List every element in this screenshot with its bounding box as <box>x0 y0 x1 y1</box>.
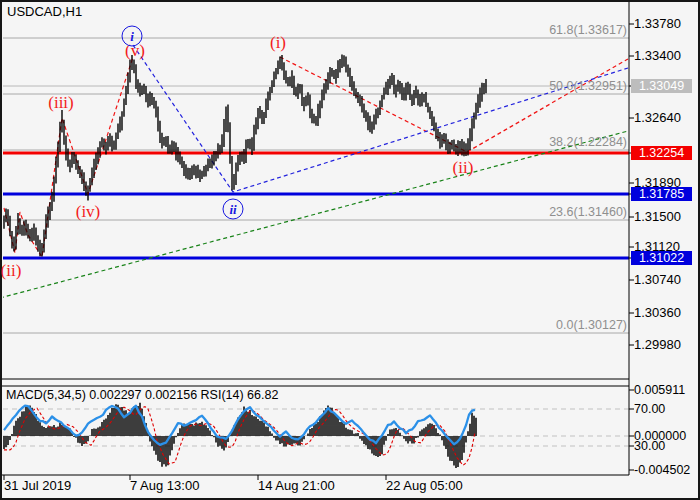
horizontal-levels <box>3 86 629 258</box>
price-tick-label: 1.29980 <box>634 338 681 352</box>
price-tick-label: 1.33400 <box>634 49 681 63</box>
chart-canvas[interactable] <box>0 0 700 500</box>
indicator-scale-label: 70.00 <box>634 402 665 416</box>
price-badge-blue-level: 1.31785 <box>631 187 692 201</box>
wave-label: (i) <box>270 33 286 53</box>
symbol-timeframe-label: USDCAD,H1 <box>7 4 82 19</box>
indicator-scale-label: 30.00 <box>634 439 665 453</box>
time-tick-label[interactable]: 7 Aug 13:00 <box>130 479 199 493</box>
time-tick-label[interactable]: 31 Jul 2019 <box>4 479 71 493</box>
fib-level-label: 61.8(1.33617) <box>549 23 627 37</box>
time-tick-label[interactable]: 22 Aug 05:00 <box>386 479 463 493</box>
fib-level-label: 0.0(1.30127) <box>556 318 627 332</box>
wave-label: ii <box>223 199 244 220</box>
indicator-values-label: MACD(5,34,5) 0.002297 0.002156 RSI(14) 6… <box>6 388 278 402</box>
candlesticks <box>4 55 486 257</box>
panel-borders <box>2 2 629 475</box>
wave-label: (ii) <box>1 261 22 281</box>
fib-level-label: 23.6(1.31460) <box>549 205 627 219</box>
time-tick-label[interactable]: 14 Aug 21:00 <box>258 479 335 493</box>
fib-lines <box>3 38 629 333</box>
price-tick-label: 1.30360 <box>634 306 681 320</box>
wave-label: (iv) <box>76 202 101 222</box>
fib-level-label: 50.0(1.32951) <box>549 79 627 93</box>
fib-level-label: 38.2(1.22284) <box>549 135 627 149</box>
indicator-scale-label: -0.004502 <box>634 463 690 477</box>
price-tick-label: 1.30740 <box>634 273 681 287</box>
price-badge-red-level: 1.32254 <box>631 146 692 160</box>
indicator-scale-label: 0.005911 <box>634 383 685 397</box>
price-badge-current-price: 1.33049 <box>631 79 692 93</box>
price-tick-label: 1.32640 <box>634 111 681 125</box>
price-tick-label: 1.31500 <box>634 210 681 224</box>
wave-label: i <box>122 26 143 47</box>
price-badge-blue-level: 1.31022 <box>631 251 692 265</box>
mt4-chart-window: USDCAD,H1 MACD(5,34,5) 0.002297 0.002156… <box>0 0 700 500</box>
wave-label: (iii) <box>48 93 74 113</box>
wave-label: (ii) <box>453 158 474 178</box>
price-tick-label: 1.33780 <box>634 17 681 31</box>
axis-ticks <box>4 24 634 480</box>
